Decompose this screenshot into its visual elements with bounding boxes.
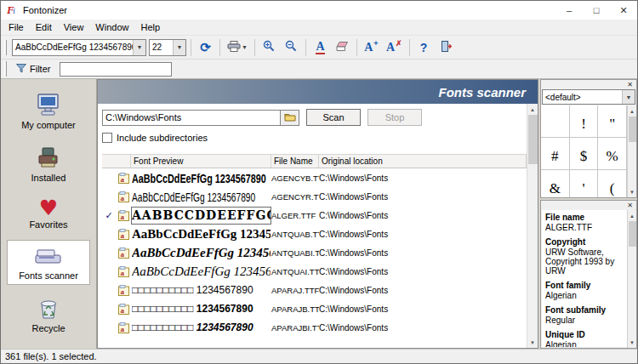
filter-input[interactable] bbox=[60, 62, 172, 77]
row-select-cell[interactable]: ✓ bbox=[102, 191, 116, 202]
table-scrollbar[interactable]: ▲ ▼ bbox=[527, 104, 538, 348]
table-row[interactable]: ✓ a AaBbCcDdEeFfGg 1234567890 AGENCYR.TT… bbox=[102, 187, 527, 206]
row-select-cell[interactable]: ✓ bbox=[102, 285, 116, 296]
table-row[interactable]: ✓ a □□□□□□□□□□ 1234567890 APARAJBI.TTF C… bbox=[102, 318, 527, 337]
font-info-value: Algerian bbox=[545, 291, 624, 300]
charmap-cell[interactable] bbox=[541, 105, 570, 138]
exit-button[interactable] bbox=[436, 38, 456, 57]
refresh-button[interactable]: ⟳ bbox=[196, 38, 215, 57]
stop-button[interactable]: Stop bbox=[367, 109, 422, 126]
font-size-select-value: 22 bbox=[150, 43, 173, 52]
row-select-cell[interactable]: ✓ bbox=[102, 266, 116, 277]
row-select-cell[interactable]: ✓ bbox=[102, 247, 116, 259]
character-map-panel: ✕ <default> ▼ !"#$%&'( ▲ ▼ bbox=[540, 79, 637, 198]
sidebar-item-favorites[interactable]: ♥ Favorites bbox=[7, 193, 90, 234]
table-row[interactable]: ✓ a □□□□□□□□□□ 1234567890 APARAJB.TTF C:… bbox=[102, 299, 527, 318]
eraser-button[interactable] bbox=[333, 38, 352, 57]
scrollbar-thumb[interactable] bbox=[629, 221, 636, 247]
font-preview-select[interactable]: AaBbCcDdEeFfGg 1234567890 ▼ bbox=[12, 39, 146, 56]
row-select-cell[interactable]: ✓ bbox=[102, 322, 116, 333]
toolbar-gripper[interactable] bbox=[4, 40, 7, 55]
menu-item[interactable]: Edit bbox=[30, 20, 58, 34]
row-select-cell[interactable]: ✓ bbox=[102, 304, 116, 315]
table-row[interactable]: ✓ a AaBbCcDdEeFfGg 1234567890 ANTQUAI.TT… bbox=[102, 262, 527, 281]
toolbar-separator bbox=[219, 39, 220, 56]
scrollbar-thumb[interactable] bbox=[629, 117, 636, 142]
close-button[interactable]: ✕ bbox=[610, 1, 637, 20]
close-icon[interactable]: ✕ bbox=[625, 82, 635, 88]
charmap-cell[interactable]: & bbox=[541, 170, 570, 197]
font-preview-cell: AaBbCcDdEeFfGg 1234567890 bbox=[131, 244, 271, 262]
row-select-cell[interactable]: ✓ bbox=[102, 229, 116, 240]
scroll-up-icon[interactable]: ▲ bbox=[527, 104, 538, 115]
charmap-cell[interactable]: ' bbox=[570, 170, 599, 197]
chevron-down-icon[interactable]: ▼ bbox=[622, 90, 635, 104]
sidebar-item-my-computer[interactable]: My computer bbox=[7, 88, 90, 134]
svg-text:a: a bbox=[120, 194, 124, 202]
font-preview-cell: AaBbCcDdEeFfGg 1234567890 bbox=[131, 225, 271, 243]
sidebar-item-recycle[interactable]: Recycle bbox=[7, 291, 90, 338]
chevron-down-icon[interactable]: ▼ bbox=[173, 40, 185, 55]
scrollbar-thumb[interactable] bbox=[528, 115, 538, 164]
add-font-button[interactable]: A + bbox=[362, 38, 381, 57]
maximize-button[interactable]: □ bbox=[583, 1, 610, 20]
menu-item[interactable]: Help bbox=[134, 20, 166, 34]
column-header-file[interactable]: File Name bbox=[271, 155, 319, 168]
column-header-select[interactable] bbox=[102, 155, 131, 168]
font-file-icon: a bbox=[116, 304, 131, 315]
chevron-down-icon[interactable]: ▼ bbox=[133, 40, 145, 55]
toolbar-separator bbox=[254, 39, 255, 56]
scroll-up-icon[interactable]: ▲ bbox=[628, 105, 636, 117]
filter-bar: Filter bbox=[1, 60, 637, 79]
remove-font-button[interactable]: A ✗ bbox=[384, 38, 405, 57]
table-row[interactable]: ✓ a AaBbCcDdEeFfGg 1234567890 ANTQUABI.T… bbox=[102, 243, 527, 262]
filter-button[interactable]: Filter bbox=[14, 62, 55, 77]
sidebar-item-label: Recycle bbox=[31, 323, 65, 333]
include-subdirectories-checkbox[interactable] bbox=[102, 133, 112, 143]
sidebar-item-fonts-scanner[interactable]: Fonts scanner bbox=[7, 240, 90, 285]
scroll-down-icon[interactable]: ▼ bbox=[628, 186, 636, 197]
scan-path-input[interactable] bbox=[102, 110, 281, 126]
printer-icon bbox=[227, 41, 241, 54]
row-select-cell[interactable]: ✓ bbox=[102, 173, 116, 184]
table-row[interactable]: ✓ a □□□□□□□□□□ 1234567890 APARAJ.TTF C:\… bbox=[102, 281, 527, 299]
zoom-in-button[interactable] bbox=[259, 38, 279, 57]
close-icon[interactable]: ✕ bbox=[625, 202, 635, 209]
table-row[interactable]: ✓ a AABBCCDDEEFFGG 1234567890 ALGER.TTF … bbox=[102, 206, 527, 225]
font-size-select[interactable]: 22 ▼ bbox=[149, 39, 186, 56]
charmap-cell[interactable]: ( bbox=[598, 170, 627, 197]
charmap-cell[interactable]: " bbox=[598, 105, 627, 138]
print-button[interactable]: ▼ bbox=[225, 38, 250, 57]
scan-button[interactable]: Scan bbox=[306, 109, 361, 126]
scroll-up-icon[interactable]: ▲ bbox=[628, 210, 636, 221]
sidebar-item-installed[interactable]: Installed bbox=[7, 140, 90, 187]
zoom-out-button[interactable] bbox=[282, 38, 301, 57]
menu-item[interactable]: View bbox=[58, 20, 90, 34]
charmap-cell[interactable]: $ bbox=[570, 138, 599, 170]
column-header-location[interactable]: Original location bbox=[319, 155, 527, 168]
browse-folder-button[interactable] bbox=[281, 110, 299, 126]
menu-item[interactable]: File bbox=[3, 20, 30, 34]
font-info-field: Font family Algerian bbox=[545, 281, 624, 300]
column-header-preview[interactable]: Font Preview bbox=[131, 155, 271, 168]
charmap-cell[interactable]: ! bbox=[570, 105, 599, 138]
table-row[interactable]: ✓ a AaBbCcDdEeFfGg 1234567890 ANTQUAB.TT… bbox=[102, 225, 527, 243]
eraser-icon bbox=[336, 41, 348, 54]
chevron-down-icon[interactable]: ▼ bbox=[242, 44, 248, 50]
font-color-button[interactable]: A bbox=[310, 38, 330, 57]
sidebar-item-label: Fonts scanner bbox=[19, 270, 78, 281]
charmap-cell[interactable]: # bbox=[541, 138, 570, 170]
menu-item[interactable]: Window bbox=[89, 20, 134, 34]
charmap-cell[interactable]: % bbox=[598, 138, 627, 170]
scroll-down-icon[interactable]: ▼ bbox=[527, 337, 538, 348]
charmap-subset-select[interactable]: <default> ▼ bbox=[542, 89, 635, 105]
minimize-button[interactable]: – bbox=[555, 1, 583, 20]
scroll-down-icon[interactable]: ▼ bbox=[628, 337, 636, 348]
table-row[interactable]: ✓ a AaBbCcDdEeFfGg 1234567890 AGENCYB.TT… bbox=[102, 168, 527, 187]
help-button[interactable]: ? bbox=[414, 38, 434, 57]
fontinfo-scrollbar[interactable]: ▲ ▼ bbox=[627, 210, 636, 348]
font-preview-text: AaBbCcDdEeFfGg 1234567890 bbox=[132, 246, 271, 260]
filterbar-gripper[interactable] bbox=[4, 61, 7, 77]
charmap-scrollbar[interactable]: ▲ ▼ bbox=[627, 105, 636, 197]
row-select-cell[interactable]: ✓ bbox=[102, 210, 116, 221]
